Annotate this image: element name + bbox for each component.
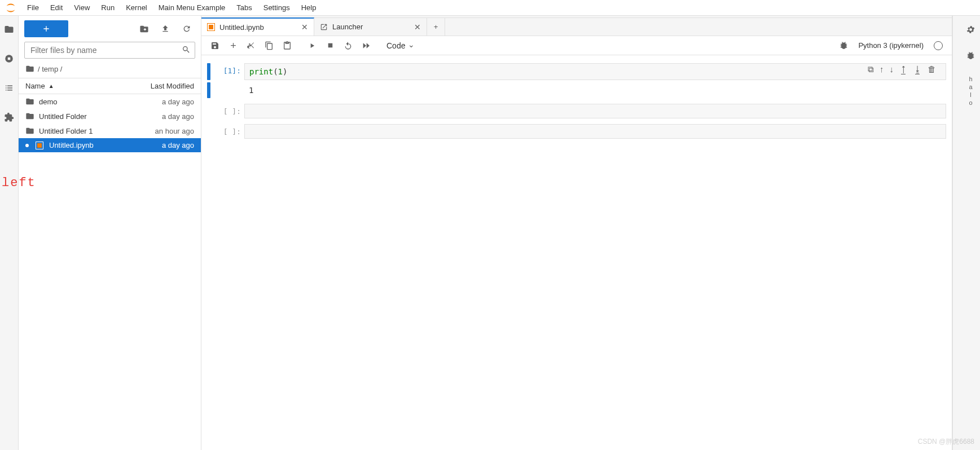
folder-icon bbox=[25, 64, 34, 73]
menu-run[interactable]: Run bbox=[95, 1, 120, 14]
right-panel-label[interactable]: halo bbox=[968, 76, 974, 107]
file-row-notebook[interactable]: Untitled.ipynb a day ago bbox=[19, 138, 201, 152]
code-cell[interactable]: [ ]: bbox=[207, 104, 946, 118]
kernel-name[interactable]: Python 3 (ipykernel) bbox=[854, 41, 928, 50]
cell-collapse-bar[interactable] bbox=[207, 82, 210, 98]
menu-mainmenu-example[interactable]: Main Menu Example bbox=[153, 1, 231, 14]
file-browser-sidebar: / temp / Name ▲ Last Modified demo a day… bbox=[19, 16, 201, 450]
cell-input[interactable]: print(1) bbox=[244, 63, 946, 80]
file-list-header: Name ▲ Last Modified bbox=[19, 78, 201, 94]
cell-output: 1 bbox=[244, 82, 258, 98]
cell-prompt: [ ]: bbox=[213, 104, 244, 118]
file-name: demo bbox=[39, 98, 58, 106]
debugger-button[interactable] bbox=[836, 38, 851, 53]
tab-notebook[interactable]: Untitled.ipynb ✕ bbox=[201, 17, 314, 36]
run-button[interactable] bbox=[304, 38, 320, 53]
notebook-content: main [1]: print(1) ⧉ ↑ ↓ ⭡̲ ⭳̲ 🗑 bbox=[201, 55, 952, 450]
notebook-icon bbox=[36, 142, 45, 149]
file-modified: a day ago bbox=[162, 141, 194, 149]
cell-output-row: 1 bbox=[207, 82, 946, 98]
insert-below-icon[interactable]: ⭳̲ bbox=[913, 64, 922, 74]
svg-rect-2 bbox=[328, 43, 332, 48]
jupyter-logo bbox=[5, 2, 17, 14]
file-row-folder[interactable]: Untitled Folder 1 an hour ago bbox=[19, 123, 201, 138]
move-down-icon[interactable]: ↓ bbox=[890, 64, 894, 74]
menu-tabs[interactable]: Tabs bbox=[231, 1, 257, 14]
refresh-button[interactable] bbox=[178, 20, 195, 37]
restart-run-all-button[interactable] bbox=[358, 38, 374, 53]
new-folder-button[interactable] bbox=[135, 20, 152, 37]
cell-collapse-bar[interactable] bbox=[207, 63, 210, 80]
extensions-icon[interactable] bbox=[3, 112, 15, 123]
folder-icon bbox=[25, 112, 34, 121]
kernel-status-icon[interactable] bbox=[934, 41, 943, 50]
add-tab-button[interactable]: + bbox=[427, 18, 445, 36]
tab-label: Untitled.ipynb bbox=[219, 23, 264, 32]
cell-prompt: [1]: bbox=[213, 63, 244, 80]
close-tab-icon[interactable]: ✕ bbox=[301, 23, 308, 32]
tab-launcher[interactable]: Launcher ✕ bbox=[314, 18, 427, 36]
toc-icon[interactable] bbox=[3, 82, 15, 94]
restart-button[interactable] bbox=[340, 38, 356, 53]
menu-help[interactable]: Help bbox=[296, 1, 322, 14]
copy-button[interactable] bbox=[261, 38, 277, 53]
cell-input[interactable] bbox=[244, 104, 946, 118]
scrollbar[interactable] bbox=[952, 16, 961, 450]
notebook-toolbar: Code Python 3 (ipykernel) bbox=[201, 36, 952, 55]
search-icon bbox=[182, 45, 191, 54]
insert-cell-button[interactable] bbox=[225, 38, 241, 53]
tab-bar: Untitled.ipynb ✕ Launcher ✕ + bbox=[201, 18, 952, 36]
file-name: Untitled Folder 1 bbox=[39, 127, 93, 135]
code-cell[interactable]: [ ]: bbox=[207, 124, 946, 139]
menu-file[interactable]: File bbox=[21, 1, 45, 14]
close-tab-icon[interactable]: ✕ bbox=[414, 23, 421, 32]
launcher-icon bbox=[320, 23, 328, 31]
menu-view[interactable]: View bbox=[68, 1, 95, 14]
watermark: CSDN @胖虎6688 bbox=[918, 437, 974, 447]
folder-icon bbox=[25, 126, 34, 135]
main-area: Untitled.ipynb ✕ Launcher ✕ + bbox=[201, 16, 952, 450]
activity-bar bbox=[0, 16, 19, 450]
upload-button[interactable] bbox=[157, 20, 174, 37]
menubar: File Edit View Run Kernel Main Menu Exam… bbox=[0, 0, 980, 16]
menu-kernel[interactable]: Kernel bbox=[120, 1, 153, 14]
running-icon[interactable] bbox=[3, 53, 15, 64]
insert-above-icon[interactable]: ⭡̲ bbox=[899, 64, 908, 74]
breadcrumb-path[interactable]: / temp / bbox=[38, 65, 62, 73]
menu-edit[interactable]: Edit bbox=[45, 1, 68, 14]
paste-button[interactable] bbox=[279, 38, 295, 53]
interrupt-button[interactable] bbox=[322, 38, 338, 53]
breadcrumb[interactable]: / temp / bbox=[19, 62, 201, 78]
file-row-folder[interactable]: demo a day ago bbox=[19, 94, 201, 109]
notebook-icon bbox=[207, 23, 215, 31]
file-modified: an hour ago bbox=[155, 127, 194, 135]
menu-settings[interactable]: Settings bbox=[258, 1, 296, 14]
cell-prompt: [ ]: bbox=[213, 124, 244, 139]
new-launcher-button[interactable] bbox=[24, 20, 68, 37]
file-name: Untitled Folder bbox=[39, 112, 87, 121]
sort-asc-icon: ▲ bbox=[49, 83, 54, 89]
column-name[interactable]: Name bbox=[25, 82, 45, 90]
cut-button[interactable] bbox=[243, 38, 259, 53]
move-up-icon[interactable]: ↑ bbox=[880, 64, 884, 74]
column-modified[interactable]: Last Modified bbox=[151, 82, 194, 90]
cell-output-prompt bbox=[213, 82, 244, 98]
save-button[interactable] bbox=[207, 38, 223, 53]
filter-files-input[interactable] bbox=[24, 42, 195, 59]
file-modified: a day ago bbox=[162, 112, 194, 121]
code-cell[interactable]: [1]: print(1) bbox=[207, 63, 946, 80]
file-modified: a day ago bbox=[162, 98, 194, 106]
filebrowser-icon[interactable] bbox=[3, 24, 15, 35]
file-row-folder[interactable]: Untitled Folder a day ago bbox=[19, 109, 201, 123]
debugger-panel-icon[interactable] bbox=[965, 50, 977, 61]
cell-input[interactable] bbox=[244, 124, 946, 139]
cell-toolbar: ⧉ ↑ ↓ ⭡̲ ⭳̲ 🗑 bbox=[868, 64, 936, 74]
cell-type-select[interactable]: Code bbox=[383, 40, 417, 51]
delete-cell-icon[interactable]: 🗑 bbox=[928, 64, 936, 74]
running-indicator-icon bbox=[25, 144, 29, 147]
duplicate-cell-icon[interactable]: ⧉ bbox=[868, 64, 874, 74]
property-inspector-icon[interactable] bbox=[965, 24, 977, 35]
right-sidebar: halo right bbox=[961, 16, 980, 450]
folder-icon bbox=[25, 97, 34, 106]
file-list: demo a day ago Untitled Folder a day ago… bbox=[19, 94, 201, 450]
